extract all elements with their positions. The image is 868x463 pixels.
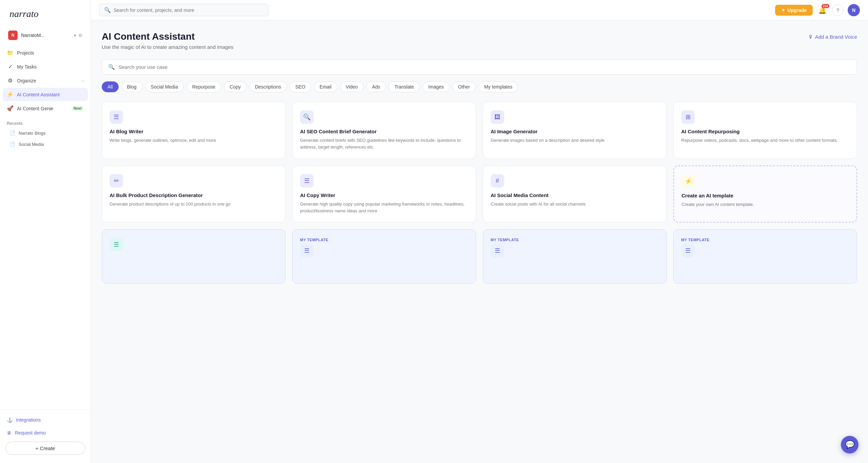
user-menu[interactable]: N NarratoM... ▾ ⚙ <box>3 27 88 43</box>
sidebar-item-ai-content-genie[interactable]: 🚀 AI Content Genie New! <box>3 102 88 115</box>
add-brand-voice-button[interactable]: 🎙 Add a Brand Voice <box>808 31 857 42</box>
card-desc: Repurpose videos, podcasts, docs, webpag… <box>681 137 849 144</box>
grid-icon: ⊞ <box>686 113 691 121</box>
organize-icon: ⚙ <box>7 77 14 84</box>
card-title: AI Copy Writer <box>300 192 468 198</box>
card-image-generator[interactable]: 🖼 AI Image Generator Generate images bas… <box>483 102 667 159</box>
filter-descriptions[interactable]: Descriptions <box>249 81 287 92</box>
card-icon: ⊞ <box>681 110 695 124</box>
anchor-icon: ⚓ <box>7 417 13 423</box>
sidebar-bottom-label: Integrations <box>16 417 41 423</box>
filter-email[interactable]: Email <box>314 81 337 92</box>
card-content-repurposing[interactable]: ⊞ AI Content Repurposing Repurpose video… <box>673 102 857 159</box>
my-template-label: MY TEMPLATE <box>681 238 849 242</box>
filter-other[interactable]: Other <box>452 81 476 92</box>
page-header: AI Content Assistant Use the magic of AI… <box>102 31 857 50</box>
card-icon: 🔍 <box>300 110 314 124</box>
card-icon: ☰ <box>300 244 314 257</box>
recent-item-narrato-blogs[interactable]: 📄 Narrato Blogs <box>3 128 88 138</box>
sidebar: narrato N NarratoM... ▾ ⚙ 📁 Projects ✓ M… <box>0 0 91 463</box>
new-badge: New! <box>72 106 84 111</box>
filter-ads[interactable]: Ads <box>366 81 386 92</box>
card-desc: Generate product descriptions of up to 1… <box>110 201 278 208</box>
list-icon: ☰ <box>114 241 119 248</box>
filter-blog[interactable]: Blog <box>121 81 142 92</box>
card-bulk-product-desc[interactable]: ✏ AI Bulk Product Description Generator … <box>102 166 285 223</box>
my-template-label: MY TEMPLATE <box>491 238 659 242</box>
check-icon: ✓ <box>7 63 14 70</box>
lines-icon: ☰ <box>304 177 310 185</box>
sidebar-item-projects[interactable]: 📁 Projects <box>3 46 88 59</box>
lightning-icon: ⚡ <box>7 91 14 98</box>
use-case-search-input[interactable] <box>118 64 851 70</box>
recent-item-social-media[interactable]: 📄 Social Media <box>3 139 88 150</box>
lightning-icon: ⚡ <box>685 177 692 185</box>
card-copy-writer[interactable]: ☰ AI Copy Writer Generate high quality c… <box>292 166 476 223</box>
my-template-label: MY TEMPLATE <box>300 238 468 242</box>
sidebar-bottom-label: Request demo <box>15 430 46 436</box>
filter-social-media[interactable]: Social Media <box>145 81 184 92</box>
card-desc: Create your own AI content template. <box>682 201 849 208</box>
card-my-template-2[interactable]: MY TEMPLATE ☰ <box>483 229 667 284</box>
search-icon: 🔍 <box>303 113 311 121</box>
filter-seo[interactable]: SEO <box>290 81 311 92</box>
filter-translate[interactable]: Translate <box>389 81 420 92</box>
projects-icon: 📁 <box>7 50 14 56</box>
sidebar-item-integrations[interactable]: ⚓ Integrations <box>3 414 88 426</box>
filter-images[interactable]: Images <box>422 81 450 92</box>
card-create-template[interactable]: ⚡ Create an AI template Create your own … <box>673 166 857 223</box>
global-search[interactable]: 🔍 <box>99 4 269 16</box>
sidebar-item-label: Projects <box>17 50 84 56</box>
filter-repurpose[interactable]: Repurpose <box>186 81 221 92</box>
recents-section: Recents 📄 Narrato Blogs 📄 Social Media <box>0 117 91 150</box>
sidebar-item-my-tasks[interactable]: ✓ My Tasks <box>3 60 88 73</box>
use-case-search[interactable]: 🔍 <box>102 59 857 75</box>
sidebar-item-request-demo[interactable]: 🖥 Request demo <box>3 427 88 439</box>
sidebar-item-ai-content-assistant[interactable]: ⚡ AI Content Assistant <box>3 88 88 101</box>
card-icon: ⚡ <box>682 174 695 188</box>
filter-video[interactable]: Video <box>340 81 364 92</box>
chat-fab[interactable]: 💬 <box>841 436 859 454</box>
filter-copy[interactable]: Copy <box>224 81 246 92</box>
user-name: NarratoM... <box>21 33 71 38</box>
search-input[interactable] <box>114 7 263 13</box>
card-blog-writer[interactable]: ☰ AI Blog Writer Write blogs, generate o… <box>102 102 285 159</box>
main-nav: 📁 Projects ✓ My Tasks ⚙ Organize › ⚡ AI … <box>0 45 91 117</box>
card-icon: ☰ <box>491 244 504 257</box>
recent-item-label: Narrato Blogs <box>19 131 45 136</box>
list-icon: ☰ <box>114 113 119 121</box>
topbar-actions: ✦ Upgrade 🔔 216 ? N <box>775 4 860 16</box>
notification-count: 216 <box>822 4 829 8</box>
recents-title: Recents <box>0 117 91 127</box>
card-icon: ✏ <box>110 174 123 188</box>
card-my-template-3[interactable]: MY TEMPLATE ☰ <box>673 229 857 284</box>
question-icon: ? <box>836 7 839 13</box>
upgrade-button[interactable]: ✦ Upgrade <box>775 5 813 16</box>
sidebar-item-label: Organize <box>17 78 79 83</box>
notifications-button[interactable]: 🔔 216 <box>817 5 828 16</box>
card-icon: ☰ <box>110 110 123 124</box>
image-icon: 🖼 <box>494 114 500 121</box>
card-my-template-1[interactable]: MY TEMPLATE ☰ <box>292 229 476 284</box>
topbar: 🔍 ✦ Upgrade 🔔 216 ? N <box>91 0 868 20</box>
filter-my-templates[interactable]: My templates <box>478 81 518 92</box>
card-desc: Create social posts with AI for all soci… <box>491 201 659 208</box>
chevron-down-icon[interactable]: ▾ <box>74 33 76 38</box>
main-area: 🔍 ✦ Upgrade 🔔 216 ? N AI Content Assista… <box>91 0 868 463</box>
create-button[interactable]: + Create <box>5 442 85 455</box>
card-title: AI Bulk Product Description Generator <box>110 192 278 198</box>
filter-all[interactable]: All <box>102 81 119 92</box>
user-avatar-top[interactable]: N <box>848 4 860 16</box>
edit-icon: ✏ <box>114 177 119 185</box>
help-button[interactable]: ? <box>832 4 844 16</box>
doc-icon: ☰ <box>685 247 691 254</box>
card-desc: Generate content briefs with SEO guideli… <box>300 137 468 150</box>
card-bottom-list[interactable]: ☰ <box>102 229 285 284</box>
sidebar-item-label: AI Content Assistant <box>17 92 84 97</box>
chevron-right-icon: › <box>82 78 84 83</box>
sidebar-item-organize[interactable]: ⚙ Organize › <box>3 74 88 87</box>
card-desc: Generate images based on a description a… <box>491 137 659 144</box>
card-social-media-content[interactable]: # AI Social Media Content Create social … <box>483 166 667 223</box>
gear-icon[interactable]: ⚙ <box>78 33 82 38</box>
card-seo-brief[interactable]: 🔍 AI SEO Content Brief Generator Generat… <box>292 102 476 159</box>
